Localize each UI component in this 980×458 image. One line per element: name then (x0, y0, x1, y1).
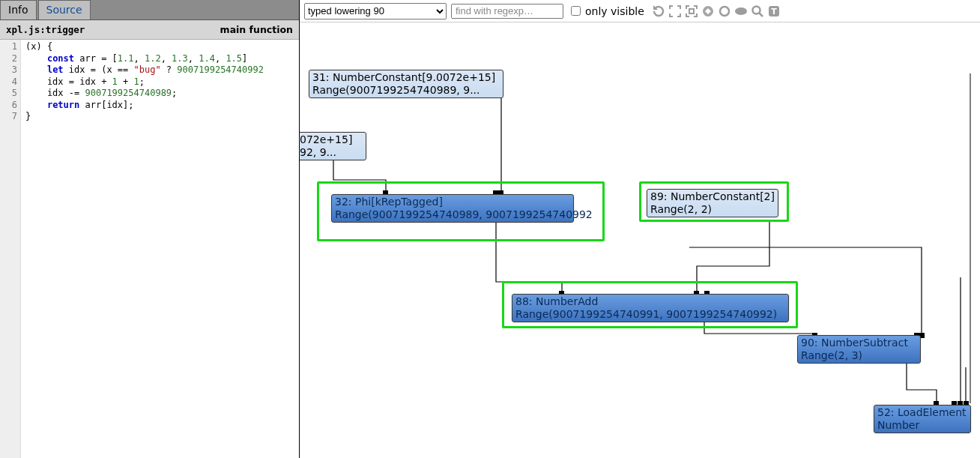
graph-canvas[interactable]: 31: NumberConstant[9.0072e+15] Range(900… (300, 22, 980, 458)
search-icon[interactable] (749, 3, 766, 19)
outputs-icon[interactable] (716, 3, 733, 19)
tab-bar: Info Source (0, 0, 299, 20)
node-31[interactable]: 31: NumberConstant[9.0072e+15] Range(900… (309, 70, 503, 98)
svg-point-2 (735, 7, 747, 15)
refresh-icon[interactable] (650, 3, 667, 19)
node-89[interactable]: 89: NumberConstant[2] Range(2, 2) (647, 189, 778, 217)
node-cutoff[interactable]: 072e+15] 92, 9... (300, 132, 366, 160)
svg-rect-0 (689, 9, 694, 13)
file-header: xpl.js:trigger main function (0, 20, 299, 40)
fit-all-icon[interactable] (667, 3, 683, 19)
only-visible-label: only visible (585, 5, 644, 17)
tool-icons: T (650, 3, 782, 19)
svg-point-3 (752, 6, 760, 13)
left-panel: Info Source xpl.js:trigger main function… (0, 0, 300, 458)
code-content[interactable]: (x) { const arr = [1.1, 1.2, 1.3, 1.4, 1… (21, 40, 273, 458)
types-icon[interactable] (733, 3, 749, 19)
only-visible-checkbox[interactable] (571, 6, 581, 16)
regexp-search-input[interactable] (451, 4, 563, 19)
tab-info[interactable]: Info (0, 0, 37, 19)
line-gutter: 1 2 3 4 5 6 7 (0, 40, 21, 458)
fit-selection-icon[interactable] (683, 3, 700, 19)
code-area: 1 2 3 4 5 6 7 (x) { const arr = [1.1, 1.… (0, 40, 299, 458)
node-90[interactable]: 90: NumberSubtract Range(2, 3) (797, 335, 921, 364)
svg-point-1 (720, 7, 729, 16)
tab-source[interactable]: Source (38, 0, 91, 19)
right-panel: typed lowering 90 only visible (300, 0, 980, 458)
graph-toolbar: typed lowering 90 only visible (300, 0, 980, 22)
function-name: main function (220, 24, 293, 35)
node-32[interactable]: 32: Phi[kRepTagged] Range(90071992547409… (331, 194, 574, 223)
svg-line-4 (759, 13, 763, 16)
node-88[interactable]: 88: NumberAdd Range(9007199254740991, 90… (512, 294, 789, 322)
only-visible-toggle[interactable]: only visible (568, 4, 644, 18)
text-icon[interactable]: T (766, 3, 782, 19)
file-name: xpl.js:trigger (6, 24, 85, 35)
values-icon[interactable] (700, 3, 716, 19)
phase-select[interactable]: typed lowering 90 (304, 3, 447, 19)
svg-text:T: T (771, 7, 777, 16)
node-52[interactable]: 52: LoadElement Number (874, 405, 971, 433)
